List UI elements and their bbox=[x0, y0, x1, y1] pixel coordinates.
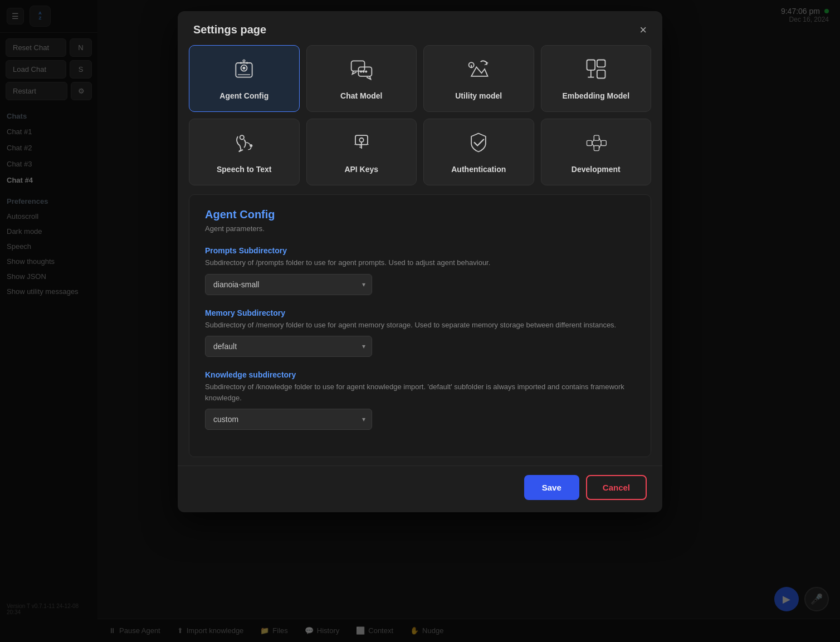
svg-rect-14 bbox=[587, 60, 595, 70]
card-utility-model[interactable]: Utility model bbox=[423, 45, 534, 112]
prompts-subdir-select-wrapper: dianoia-small default custom bbox=[205, 274, 372, 295]
agent-config-section: Agent Config Agent parameters. Prompts S… bbox=[189, 194, 651, 457]
card-utility-model-label: Utility model bbox=[455, 91, 502, 100]
save-button[interactable]: Save bbox=[524, 475, 579, 500]
card-api-keys-label: API Keys bbox=[344, 165, 378, 174]
cancel-button[interactable]: Cancel bbox=[586, 475, 647, 500]
svg-point-22 bbox=[359, 138, 363, 142]
card-agent-config-label: Agent Config bbox=[219, 91, 268, 100]
chat-model-icon bbox=[349, 57, 374, 85]
memory-subdir-desc: Subdirectory of /memory folder to use fo… bbox=[205, 320, 635, 331]
config-desc: Agent parameters. bbox=[205, 224, 635, 233]
development-icon bbox=[584, 130, 608, 158]
card-embedding-model-label: Embedding Model bbox=[562, 91, 629, 100]
knowledge-subdir-label: Knowledge subdirectory bbox=[205, 370, 635, 379]
svg-rect-16 bbox=[597, 70, 605, 79]
modal-body: Agent Config Chat bbox=[178, 45, 662, 465]
card-dev-label: Development bbox=[572, 165, 621, 174]
memory-subdir-label: Memory Subdirectory bbox=[205, 308, 635, 317]
card-agent-config[interactable]: Agent Config bbox=[189, 45, 300, 112]
svg-rect-29 bbox=[594, 146, 599, 151]
card-api-keys[interactable]: API Keys bbox=[306, 119, 417, 185]
memory-subdir-select[interactable]: default custom instance-1 instance-2 bbox=[205, 336, 372, 357]
svg-point-9 bbox=[363, 71, 364, 72]
svg-point-5 bbox=[243, 60, 245, 62]
modal-footer: Save Cancel bbox=[178, 465, 662, 512]
svg-rect-27 bbox=[587, 140, 592, 145]
knowledge-subdir-field: Knowledge subdirectory Subdirectory of /… bbox=[205, 370, 635, 430]
card-chat-model-label: Chat Model bbox=[340, 91, 382, 100]
svg-point-2 bbox=[243, 67, 245, 69]
prompts-subdir-label: Prompts Subdirectory bbox=[205, 246, 635, 255]
svg-point-10 bbox=[365, 71, 367, 72]
card-embedding-model[interactable]: Embedding Model bbox=[541, 45, 652, 112]
svg-rect-30 bbox=[601, 140, 606, 145]
prompts-subdir-select[interactable]: dianoia-small default custom bbox=[205, 274, 372, 295]
card-development[interactable]: Development bbox=[541, 119, 652, 185]
card-auth-label: Authentication bbox=[451, 165, 506, 174]
card-authentication[interactable]: Authentication bbox=[423, 119, 534, 185]
settings-modal: Settings page × bbox=[178, 11, 662, 512]
card-speech-to-text[interactable]: Speech to Text bbox=[189, 119, 300, 185]
modal-close-button[interactable]: × bbox=[639, 24, 647, 36]
svg-rect-28 bbox=[594, 135, 599, 140]
card-speech-label: Speech to Text bbox=[217, 165, 272, 174]
modal-header: Settings page × bbox=[178, 11, 662, 45]
memory-subdir-field: Memory Subdirectory Subdirectory of /mem… bbox=[205, 308, 635, 357]
knowledge-subdir-desc: Subdirectory of /knowledge folder to use… bbox=[205, 381, 635, 403]
card-chat-model[interactable]: Chat Model bbox=[306, 45, 417, 112]
config-title: Agent Config bbox=[205, 208, 635, 221]
knowledge-subdir-select-wrapper: custom default extra bbox=[205, 409, 372, 430]
modal-overlay: Settings page × bbox=[0, 0, 840, 642]
authentication-icon bbox=[466, 130, 491, 158]
modal-title: Settings page bbox=[193, 23, 266, 36]
utility-model-icon bbox=[466, 57, 491, 85]
knowledge-subdir-select[interactable]: custom default extra bbox=[205, 409, 372, 430]
embedding-model-icon bbox=[584, 57, 608, 85]
prompts-subdir-desc: Subdirectory of /prompts folder to use f… bbox=[205, 257, 635, 268]
api-keys-icon bbox=[349, 130, 374, 158]
svg-point-11 bbox=[360, 71, 362, 72]
svg-point-19 bbox=[240, 135, 244, 139]
speech-to-text-icon bbox=[232, 130, 256, 158]
settings-cards-grid: Agent Config Chat bbox=[189, 45, 651, 185]
prompts-subdir-field: Prompts Subdirectory Subdirectory of /pr… bbox=[205, 246, 635, 295]
svg-rect-15 bbox=[597, 60, 605, 67]
memory-subdir-select-wrapper: default custom instance-1 instance-2 bbox=[205, 336, 372, 357]
agent-config-icon bbox=[232, 57, 256, 85]
svg-point-20 bbox=[250, 145, 252, 147]
